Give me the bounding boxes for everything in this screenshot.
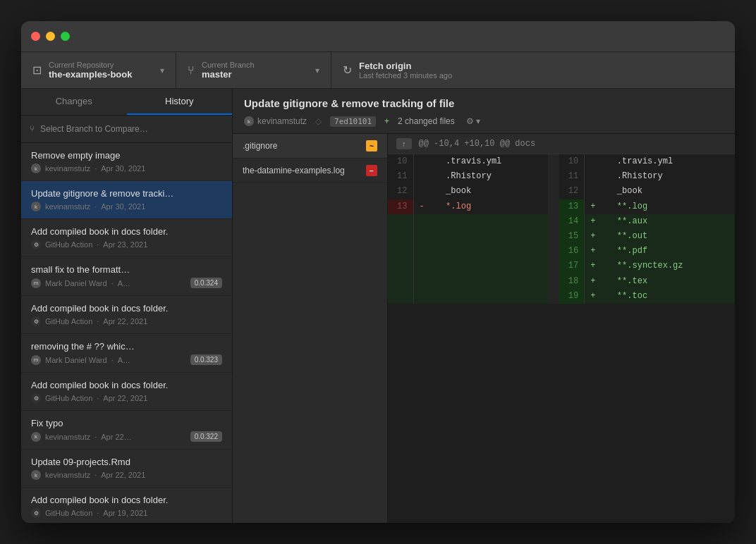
file-item[interactable]: the-datamine-examples.log −	[233, 159, 387, 183]
diff-divider	[548, 244, 559, 259]
commit-item[interactable]: Add compiled book in docs folder. ⚙ GitH…	[21, 219, 232, 257]
diff-row: 19+ **.toc	[388, 289, 735, 304]
line-content-right: **.toc	[601, 289, 734, 304]
diff-scroll-button[interactable]: ↑	[396, 138, 412, 149]
commit-meta: k kevinamstutz ·Apr 22… 0.0.322	[31, 431, 222, 442]
commit-title: Update gitignore & remove tracki…	[31, 188, 222, 199]
fetch-icon: ↻	[343, 63, 352, 77]
commit-separator: ·	[97, 240, 99, 249]
diff-row: 18+ **.tex	[388, 274, 735, 289]
commit-title: Add compiled book in docs folder.	[31, 495, 222, 505]
version-badge: 0.0.322	[190, 431, 222, 442]
commit-info-row: k kevinamstutz ◇ 7ed10101 + 2 changed fi…	[244, 115, 724, 128]
commit-author: GitHub Action	[45, 240, 92, 249]
commit-date: Apr 23, 2021	[103, 240, 147, 249]
line-marker-left: -	[413, 199, 430, 214]
repo-name: the-examples-book	[49, 69, 153, 80]
repo-section[interactable]: ⊡ Current Repository the-examples-book ▾	[21, 52, 176, 88]
diff-area: .gitignore ~ the-datamine-examples.log −…	[233, 134, 735, 523]
commit-item[interactable]: Add compiled book in docs folder. ⚙ GitH…	[21, 296, 232, 334]
commit-meta: m Mark Daniel Ward ·A… 0.0.324	[31, 278, 222, 288]
file-name: .gitignore	[243, 141, 277, 151]
commit-item[interactable]: small fix to the formatt… m Mark Daniel …	[21, 257, 232, 296]
diff-divider	[548, 259, 559, 273]
line-marker-left	[413, 274, 430, 289]
line-content-right: .travis.yml	[601, 154, 734, 169]
line-num-left	[388, 214, 413, 229]
line-num-right: 15	[559, 229, 585, 244]
tab-history[interactable]: History	[127, 89, 233, 115]
line-num-left	[388, 289, 413, 304]
commit-date: Apr 22, 2021	[103, 394, 147, 402]
branch-text: Current Branch master	[202, 61, 308, 80]
commit-author: kevinamstutz	[45, 433, 90, 441]
commit-title: Add compiled book in docs folder.	[31, 226, 222, 237]
branch-icon: ⑂	[188, 64, 195, 77]
compare-label: Select Branch to Compare…	[40, 124, 148, 134]
commit-avatar: k	[31, 470, 41, 480]
diff-divider	[548, 214, 559, 229]
line-marker-right: +	[585, 244, 602, 259]
line-num-left: 11	[388, 169, 413, 184]
author-avatar: k	[244, 116, 254, 126]
commit-author: GitHub Action	[45, 317, 92, 326]
tab-changes[interactable]: Changes	[21, 89, 127, 115]
minimize-button[interactable]	[46, 32, 55, 41]
titlebar	[21, 21, 735, 52]
commit-list: Remove empty image k kevinamstutz ·Apr 3…	[21, 143, 232, 523]
line-num-left	[388, 274, 413, 289]
fullscreen-button[interactable]	[61, 32, 70, 41]
file-name: the-datamine-examples.log	[243, 166, 345, 175]
line-marker-left	[413, 184, 430, 199]
commit-separator: ·	[97, 394, 99, 402]
commit-item[interactable]: Fix typo k kevinamstutz ·Apr 22… 0.0.322	[21, 411, 232, 450]
commit-separator: ·	[94, 164, 97, 173]
commit-author: kevinamstutz	[45, 164, 90, 173]
diff-divider	[548, 289, 559, 304]
line-marker-left	[413, 244, 430, 259]
settings-gear-icon[interactable]: ⚙ ▾	[463, 115, 483, 128]
fetch-label: Fetch origin	[359, 61, 724, 71]
commit-hash: 7ed10101	[330, 116, 376, 127]
close-button[interactable]	[31, 32, 40, 41]
line-content-right: **.aux	[601, 214, 734, 229]
commit-item[interactable]: Update 09-projects.Rmd k kevinamstutz ·A…	[21, 450, 232, 488]
line-content-left: _book	[430, 184, 548, 199]
commit-author: kevinamstutz	[45, 202, 90, 211]
fetch-text: Fetch origin Last fetched 3 minutes ago	[359, 61, 724, 80]
commit-item[interactable]: Remove empty image k kevinamstutz ·Apr 3…	[21, 143, 232, 181]
line-content-left: .Rhistory	[430, 169, 548, 184]
commit-separator: ·	[94, 202, 97, 211]
commit-meta: m Mark Daniel Ward ·A… 0.0.323	[31, 354, 222, 365]
commit-item[interactable]: removing the # ?? whic… m Mark Daniel Wa…	[21, 334, 232, 373]
commit-avatar: k	[31, 202, 41, 211]
line-content-right: **.synctex.gz	[601, 259, 734, 273]
repo-label: Current Repository	[49, 61, 153, 69]
compare-button[interactable]: ⑂ Select Branch to Compare…	[30, 121, 224, 137]
commit-title: Fix typo	[31, 418, 222, 428]
fetch-section[interactable]: ↻ Fetch origin Last fetched 3 minutes ag…	[331, 52, 735, 88]
file-item[interactable]: .gitignore ~	[233, 134, 387, 159]
fetch-sub: Last fetched 3 minutes ago	[359, 71, 724, 80]
line-num-right: 12	[559, 184, 585, 199]
commit-date: Apr 22, 2021	[101, 471, 145, 479]
branch-section[interactable]: ⑂ Current Branch master ▾	[176, 52, 331, 88]
line-marker-left	[413, 259, 430, 273]
commit-meta: ⚙ GitHub Action ·Apr 19, 2021	[31, 508, 222, 518]
commit-author: GitHub Action	[45, 509, 92, 517]
line-num-right: 16	[559, 244, 585, 259]
branch-label: Current Branch	[202, 61, 308, 69]
commit-item[interactable]: Update gitignore & remove tracki… k kevi…	[21, 181, 232, 219]
line-content-left: .travis.yml	[430, 154, 548, 169]
commit-date: Apr 22, 2021	[103, 317, 147, 326]
commit-item[interactable]: Add compiled book in docs folder. ⚙ GitH…	[21, 488, 232, 523]
line-content-right: .Rhistory	[601, 169, 734, 184]
commit-meta: ⚙ GitHub Action ·Apr 23, 2021	[31, 240, 222, 249]
commit-date: Apr 22…	[101, 433, 131, 441]
line-content-left	[430, 229, 548, 244]
changed-files-count: 2 changed files	[398, 116, 455, 126]
commit-separator: ·	[94, 471, 97, 479]
line-marker-right	[585, 169, 602, 184]
commit-item[interactable]: Add compiled book in docs folder. ⚙ GitH…	[21, 373, 232, 411]
commit-avatar: k	[31, 432, 41, 442]
